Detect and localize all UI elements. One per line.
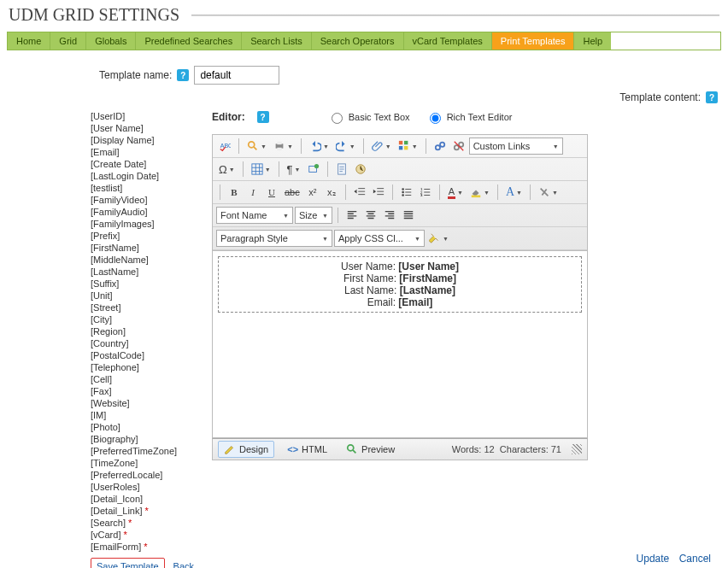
help-icon[interactable]: ?: [257, 111, 269, 123]
number-list-icon[interactable]: 123: [417, 184, 434, 201]
align-justify-icon[interactable]: [400, 207, 417, 224]
tab-grid[interactable]: Grid: [50, 32, 86, 50]
field-token[interactable]: [Telephone]: [91, 361, 193, 373]
field-token[interactable]: [Display Name]: [91, 134, 193, 146]
attachment-icon[interactable]: ▼: [369, 138, 394, 155]
field-token[interactable]: [Country]: [91, 337, 193, 349]
css-class-dropdown[interactable]: Apply CSS Cl...▼: [334, 230, 425, 247]
save-template-button[interactable]: Save Template: [91, 558, 165, 568]
indent-icon[interactable]: [370, 184, 387, 201]
field-token[interactable]: [IM]: [91, 409, 193, 421]
bullet-list-icon[interactable]: [398, 184, 415, 201]
field-token[interactable]: [Suffix]: [91, 278, 193, 290]
link-icon[interactable]: [432, 138, 449, 155]
field-token[interactable]: [LastName]: [91, 266, 193, 278]
date-icon[interactable]: [352, 161, 369, 178]
align-center-icon[interactable]: [362, 207, 379, 224]
field-token[interactable]: [PreferredTimeZone]: [91, 445, 193, 457]
strikethrough-icon[interactable]: abc: [282, 184, 302, 201]
unlink-icon[interactable]: [450, 138, 467, 155]
align-right-icon[interactable]: [381, 207, 398, 224]
field-token[interactable]: [Detail_Link]: [91, 505, 193, 517]
align-left-icon[interactable]: [343, 207, 361, 224]
field-token[interactable]: [MiddleName]: [91, 254, 193, 266]
field-token[interactable]: [Fax]: [91, 385, 193, 397]
field-token[interactable]: [Street]: [91, 302, 193, 313]
field-token[interactable]: [UserID]: [91, 110, 193, 122]
font-style-icon[interactable]: A▼: [503, 184, 525, 201]
mode-html[interactable]: <>HTML: [281, 442, 333, 457]
field-token[interactable]: [TimeZone]: [91, 457, 193, 469]
forecolor-icon[interactable]: A▼: [445, 184, 466, 201]
mode-preview[interactable]: Preview: [340, 441, 401, 458]
page-icon[interactable]: [333, 161, 350, 178]
field-token[interactable]: [Cell]: [91, 373, 193, 385]
field-token[interactable]: [Email]: [91, 146, 193, 158]
radio-basic-text[interactable]: Basic Text Box: [327, 110, 410, 124]
field-token[interactable]: [Photo]: [91, 421, 193, 433]
field-token[interactable]: [Prefix]: [91, 230, 193, 242]
font-size-dropdown[interactable]: Size▼: [295, 207, 332, 224]
field-token[interactable]: [FamilyImages]: [91, 218, 193, 230]
field-token[interactable]: [User Name]: [91, 122, 193, 134]
update-link[interactable]: Update: [637, 553, 670, 565]
mode-design[interactable]: Design: [218, 441, 274, 458]
tab-predefined-searches[interactable]: Predefined Searches: [136, 32, 242, 50]
field-token[interactable]: [Region]: [91, 325, 193, 337]
find-icon[interactable]: ▼: [244, 138, 269, 155]
table-icon[interactable]: ▼: [249, 161, 273, 178]
backcolor-icon[interactable]: ▼: [467, 184, 492, 201]
field-token[interactable]: [EmailForm]: [91, 541, 193, 553]
undo-icon[interactable]: ▼: [307, 138, 332, 155]
field-token[interactable]: [FamilyAudio]: [91, 206, 193, 218]
tab-search-lists[interactable]: Search Lists: [242, 32, 312, 50]
tab-help[interactable]: Help: [574, 32, 611, 50]
field-token[interactable]: [Detail_Icon]: [91, 493, 193, 505]
spellcheck-icon[interactable]: ABC: [216, 138, 233, 155]
field-token[interactable]: [Search]: [91, 517, 193, 529]
print-icon[interactable]: ▼: [271, 138, 296, 155]
redo-icon[interactable]: ▼: [333, 138, 358, 155]
italic-icon[interactable]: I: [244, 184, 261, 201]
help-icon[interactable]: ?: [177, 69, 189, 81]
custom-links-dropdown[interactable]: Custom Links▼: [469, 138, 563, 155]
field-token[interactable]: [FamilyVideo]: [91, 194, 193, 206]
template-name-input[interactable]: [194, 66, 279, 85]
field-token[interactable]: [PreferredLocale]: [91, 469, 193, 481]
field-token[interactable]: [Create Date]: [91, 158, 193, 170]
help-icon[interactable]: ?: [706, 91, 718, 103]
field-token[interactable]: [Biography]: [91, 433, 193, 445]
font-name-dropdown[interactable]: Font Name▼: [216, 207, 293, 224]
field-token[interactable]: [City]: [91, 313, 193, 325]
symbol-icon[interactable]: Ω▼: [216, 161, 238, 178]
tab-print-templates[interactable]: Print Templates: [492, 32, 575, 50]
paragraph-style-dropdown[interactable]: Paragraph Style▼: [216, 230, 332, 247]
field-token[interactable]: [Unit]: [91, 290, 193, 302]
field-token[interactable]: [testlist]: [91, 182, 193, 194]
field-token[interactable]: [UserRoles]: [91, 481, 193, 493]
tab-home[interactable]: Home: [8, 32, 50, 50]
field-token[interactable]: [FirstName]: [91, 242, 193, 254]
subscript-icon[interactable]: x₂: [323, 184, 340, 201]
module-icon[interactable]: ▼: [396, 138, 420, 155]
superscript-icon[interactable]: x²: [304, 184, 321, 201]
cancel-link[interactable]: Cancel: [679, 553, 711, 565]
tab-vcard-templates[interactable]: vCard Templates: [404, 32, 492, 50]
tab-search-operators[interactable]: Search Operators: [312, 32, 404, 50]
paragraph-icon[interactable]: ¶▼: [285, 161, 303, 178]
radio-rich-text[interactable]: Rich Text Editor: [426, 110, 513, 124]
field-token[interactable]: [vCard]: [91, 529, 193, 541]
format-painter-icon[interactable]: ▼: [426, 230, 451, 247]
resize-grip-icon[interactable]: [572, 444, 582, 454]
outdent-icon[interactable]: [351, 184, 368, 201]
new-window-icon[interactable]: [305, 161, 322, 178]
clear-format-icon[interactable]: ▼: [536, 184, 561, 201]
underline-icon[interactable]: U: [263, 184, 280, 201]
editor-canvas[interactable]: User Name: [User Name]First Name: [First…: [212, 250, 588, 438]
tab-globals[interactable]: Globals: [86, 32, 136, 50]
field-token[interactable]: [LastLogin Date]: [91, 170, 193, 182]
bold-icon[interactable]: B: [226, 184, 243, 201]
field-token[interactable]: [PostalCode]: [91, 349, 193, 361]
back-link[interactable]: Back: [173, 560, 194, 568]
field-token[interactable]: [Website]: [91, 397, 193, 409]
